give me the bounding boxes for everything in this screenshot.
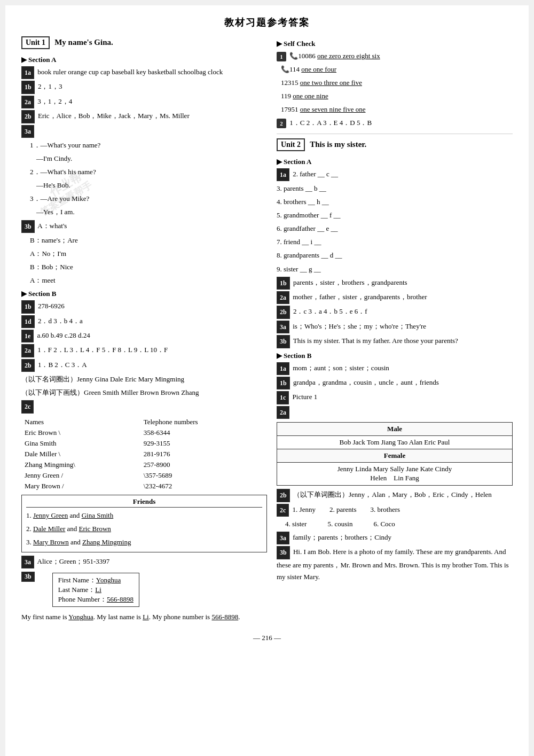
section-b-header: Section B	[21, 290, 267, 298]
u2-2a-sec-block: 2a	[277, 406, 289, 419]
3b-b: B：name's；Are	[30, 235, 267, 246]
name-mary-brown: Mary Brown /	[21, 481, 140, 492]
friend-item-3: 3. Mary Brown and Zhang Mingming	[26, 536, 262, 548]
dale-miller-text: Dale Miller	[33, 525, 65, 533]
u2-3a-sec-line: 3a family；parents；brothers；Cindy	[277, 532, 513, 544]
self-check-block: Self Check 1 📞10086 one zero zero eight …	[277, 40, 513, 129]
phone-row-5: Jenny Green / \357-5689	[21, 470, 267, 481]
phone-232: \232-4672	[140, 481, 267, 492]
unit1-title: My name's Gina.	[54, 38, 113, 46]
3a-l6: —Yes，I am.	[36, 206, 267, 218]
unit2-block: Unit 2 This is my sister. Section A 1a 2…	[277, 138, 513, 583]
2c-label-line: 2c	[21, 400, 267, 413]
left-column: Unit 1 My name's Gina. Section A 1a book…	[21, 36, 267, 625]
gender-female-row: Female	[277, 449, 513, 463]
sc-words2: one one four	[301, 65, 336, 73]
2b-label: 2b	[21, 110, 35, 123]
sc-phone1: 📞10086	[289, 52, 317, 60]
u2-2c-items-2: 4. sister 5. cousin 6. Coco	[285, 518, 513, 530]
u2-1c-sec-line: 1c Picture 1	[277, 391, 513, 404]
3a-sec-label: 3a	[21, 556, 34, 568]
u2-3b-sec-content: Hi. I am Bob. Here is a photo of my fami…	[277, 548, 509, 581]
u2-1a-label: 1a 2. father __ c __	[277, 168, 513, 181]
friends-box: Friends 1. Jenny Green and Gina Smith 2.…	[21, 495, 267, 552]
phone-value: 566-8898	[107, 595, 134, 603]
female-names: Jenny Linda Mary Sally Jane Kate CindyHe…	[277, 463, 513, 486]
u2-2a-line: 2a mother，father，sister，grandparents，bro…	[277, 291, 513, 304]
u2-1a-block: 1a	[277, 168, 289, 181]
2b-note2: （以下单词下画线）Green Smith Miller Brown Brown …	[21, 387, 267, 399]
3a-label: 3a	[21, 125, 34, 138]
sc-line3: 12315 one two three one five	[277, 77, 513, 89]
2a-content: 3，1，2，4	[37, 97, 72, 105]
3a-l5: 3．—Are you Mike?	[30, 193, 267, 205]
sc-words4: one one nine	[293, 92, 328, 100]
friends-title: Friends	[26, 497, 262, 508]
3b-sec-block: 3b First Name：Yonghua Last Name：Li Phone…	[21, 571, 267, 609]
1e-line: 1e a.60 b.49 c.28 d.24	[21, 330, 267, 342]
name-zhang: Zhang Mingming\	[21, 459, 140, 470]
u2-3a-content: is；Who's；He's；she；my；who're；They're	[293, 322, 426, 330]
col-names: Names	[21, 417, 140, 427]
info-box: First Name：Yonghua Last Name：Li Phone Nu…	[52, 573, 139, 607]
gina-smith-text: Gina Smith	[82, 511, 114, 519]
3b-b2: B：Bob；Nice	[30, 261, 267, 273]
u2-1a-9: 9. sister __ g __	[277, 263, 513, 275]
1a-label: 1a	[21, 66, 34, 79]
sc-num1: 1	[277, 52, 286, 61]
u2-1a-6: 6. grandfather __ e __	[277, 223, 513, 235]
u2-1a-3: 3. parents __ b __	[277, 183, 513, 194]
u2-3b-line: 3b This is my sister. That is my father.…	[277, 335, 513, 348]
1d-content: 2．d 3．b 4．a	[38, 317, 83, 325]
2b-content: Eric，Alice，Bob，Mike，Jack，Mary，Ms. Miller	[38, 112, 190, 120]
info-phone: Phone Number：566-8898	[58, 595, 134, 604]
u2-1b-content: parents，sister，brothers，grandparents	[293, 278, 407, 286]
gender-male-names-row: Bob Jack Tom Jiang Tao Alan Eric Paul	[277, 436, 513, 449]
3b-content: A：what's	[37, 222, 67, 230]
3b-a3: A：meet	[30, 275, 267, 286]
phone-row-3: Dale Miller \ 281-9176	[21, 449, 267, 459]
2b-sec-label: 2b	[21, 359, 35, 372]
u2-3a-sec-block: 3a	[277, 532, 289, 544]
2c-label: 2c	[21, 400, 34, 413]
u2-1b-line: 1b parents，sister，brothers，grandparents	[277, 277, 513, 290]
sc-words5: one seven nine five one	[300, 105, 366, 113]
u2-2b-sec-block: 2b	[277, 489, 290, 502]
u2-3b-content: This is my sister. That is my father. Ar…	[293, 337, 458, 345]
male-header: Male	[277, 423, 513, 436]
1b-sec-content: 278-6926	[38, 302, 65, 310]
phone-header-row: Names Telephone numbers	[21, 417, 267, 427]
1b-sec-label: 1b	[21, 300, 35, 313]
friend-item-1: 1. Jenny Green and Gina Smith	[26, 510, 262, 521]
2b-sec-line: 2b 1．B 2．C 3．A	[21, 359, 267, 372]
u2-1a-7: 7. friend __ i __	[277, 236, 513, 248]
sc-line2: 📞114 one one four	[277, 64, 513, 75]
sc-line5: 17951 one seven nine five one	[277, 104, 513, 115]
u2-1a-5: 5. grandmother __ f __	[277, 209, 513, 221]
info-last-name: Last Name：Li	[58, 585, 134, 595]
2b-sec-content: 1．B 2．C 3．A	[38, 361, 87, 369]
phone-929: 929-3155	[140, 438, 267, 449]
1b-label: 1b	[21, 81, 35, 93]
1e-label: 1e	[21, 330, 34, 342]
1b-content: 2，1，3	[38, 83, 62, 91]
u2-3b-block: 3b	[277, 335, 290, 348]
2a-sec-content: 1．F 2．L 3．L 4．F 5．F 8．L 9．L 10．F	[37, 346, 168, 354]
2b-line: 2b Eric，Alice，Bob，Mike，Jack，Mary，Ms. Mil…	[21, 110, 267, 123]
main-content: Unit 1 My name's Gina. Section A 1a book…	[21, 36, 513, 625]
3a-l1: 1．—What's your name?	[30, 139, 267, 151]
1b-sec-line: 1b 278-6926	[21, 300, 267, 313]
phone-row-2: Gina Smith 929-3155	[21, 438, 267, 449]
u2-2b-sec-content: （以下单词圈出）Jenny，Alan，Mary，Bob，Eric，Cindy，H…	[293, 490, 492, 498]
3b-sec-label: 3b	[21, 572, 35, 582]
section-a-header: Section A	[21, 56, 267, 64]
final-line-text: My first name is Yonghua. My last name i…	[21, 613, 240, 621]
3a-lines: 1．—What's your name? —I'm Cindy. 2．—What…	[21, 139, 267, 219]
phone-281: 281-9176	[140, 449, 267, 459]
page-number: — 216 —	[21, 634, 513, 642]
1e-content: a.60 b.49 c.28 d.24	[37, 331, 90, 339]
unit2-title: This is my sister.	[310, 140, 366, 149]
u2-1b-sec-content: grandpa，grandma，cousin，uncle，aunt，friend…	[293, 378, 439, 386]
phone-row-1: Eric Brown \ 358-6344	[21, 427, 267, 438]
col-phones: Telephone numbers	[140, 417, 267, 427]
